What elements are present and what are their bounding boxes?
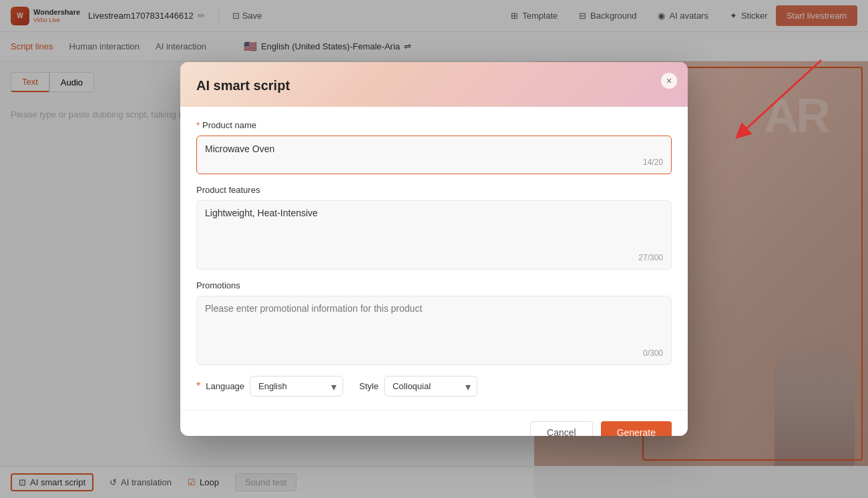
product-features-input[interactable]: Lightweight, Heat-Intensive: [205, 208, 663, 248]
language-select[interactable]: English Chinese Spanish: [250, 376, 343, 397]
modal-footer: Cancel Generate: [180, 410, 688, 436]
promotions-input[interactable]: [205, 303, 663, 343]
modal-title: AI smart script: [196, 78, 672, 93]
style-field: Style Colloquial Formal Enthusiastic: [359, 376, 477, 397]
product-features-label: Product features: [196, 185, 672, 195]
promotions-char-count: 0/300: [205, 348, 663, 358]
generate-button[interactable]: Generate: [601, 421, 672, 436]
modal-body: * Product name 14/20 Product features Li…: [180, 107, 688, 410]
ai-smart-script-modal: AI smart script × * Product name 14/20 P…: [180, 62, 688, 436]
style-select[interactable]: Colloquial Formal Enthusiastic: [384, 376, 477, 397]
modal-header: AI smart script ×: [180, 62, 688, 107]
product-name-input[interactable]: [205, 144, 663, 154]
product-features-wrapper: Lightweight, Heat-Intensive 27/300: [196, 200, 672, 270]
language-field: * Language English Chinese Spanish: [196, 376, 343, 397]
form-bottom-row: * Language English Chinese Spanish Style…: [196, 376, 672, 397]
promotions-label: Promotions: [196, 280, 672, 290]
modal-close-button[interactable]: ×: [661, 73, 677, 89]
language-select-wrapper: English Chinese Spanish: [250, 376, 343, 397]
product-features-char-count: 27/300: [205, 253, 663, 262]
cancel-button[interactable]: Cancel: [530, 421, 593, 436]
promotions-section: Promotions 0/300: [196, 280, 672, 365]
product-name-wrapper: 14/20: [196, 136, 672, 174]
promotions-wrapper: 0/300: [196, 296, 672, 365]
style-select-wrapper: Colloquial Formal Enthusiastic: [384, 376, 477, 397]
product-name-label: * Product name: [196, 120, 672, 130]
product-name-char-count: 14/20: [205, 158, 663, 167]
product-features-section: Product features Lightweight, Heat-Inten…: [196, 185, 672, 270]
product-name-section: * Product name 14/20: [196, 120, 672, 174]
